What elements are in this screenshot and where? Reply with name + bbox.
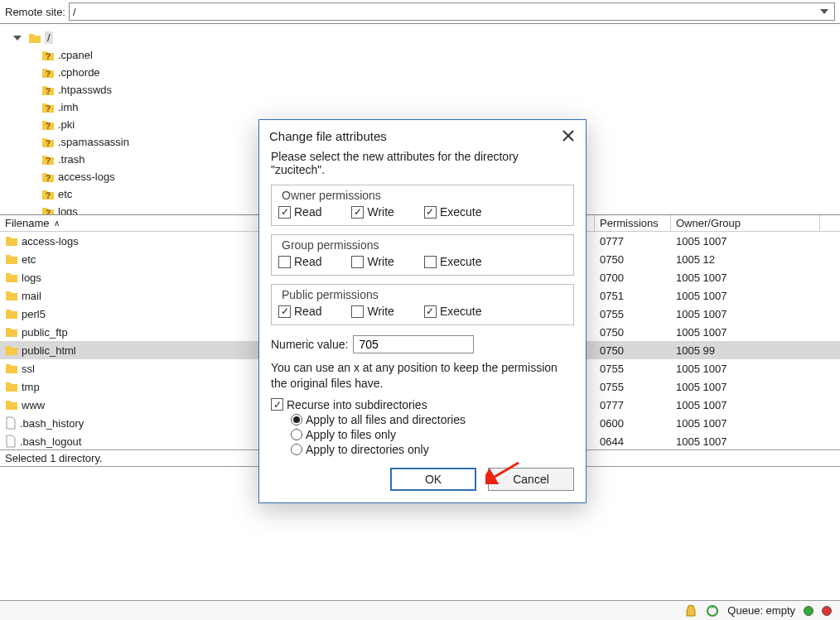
file-owner: 1005 1007 [671,399,820,411]
file-owner: 1005 1007 [671,326,820,339]
unknown-folder-icon: ? [41,119,55,131]
chevron-down-icon[interactable] [818,5,831,18]
unknown-folder-icon: ? [41,84,55,96]
file-permissions: 0750 [595,326,671,339]
cancel-button[interactable]: Cancel [488,468,574,491]
tree-item-label: .trash [58,153,85,166]
file-owner: 1005 1007 [671,417,820,430]
col-filename-label: Filename [5,217,49,229]
tree-root-label: / [45,31,53,44]
folder-icon [5,272,18,283]
file-name: .bash_logout [20,435,81,448]
group-read-checkbox[interactable]: Read [278,255,321,268]
file-owner: 1005 1007 [671,435,820,448]
opt-files-label: Apply to files only [306,428,396,441]
col-permissions[interactable]: Permissions [595,215,671,231]
close-icon[interactable] [561,128,576,143]
folder-icon [5,308,18,320]
group-execute-checkbox[interactable]: Execute [424,255,482,268]
file-permissions: 0600 [595,417,671,430]
tree-item-label: etc [58,188,72,200]
file-owner: 1005 99 [671,344,820,357]
public-read-checkbox[interactable]: Read [278,305,321,318]
file-icon [5,416,17,430]
unknown-folder-icon: ? [41,206,55,216]
file-name: .bash_history [20,417,84,430]
execute-label: Execute [440,255,482,268]
svg-text:?: ? [46,191,51,200]
file-name: public_ftp [22,326,68,339]
owner-read-checkbox[interactable]: Read [278,205,321,219]
folder-icon [5,235,18,247]
unknown-folder-icon: ? [41,102,55,113]
group-legend: Group permissions [278,238,383,252]
file-owner: 1005 1007 [671,290,820,302]
tree-item-label: .htpasswds [58,84,112,96]
public-execute-checkbox[interactable]: Execute [424,305,482,318]
file-permissions: 0755 [595,363,671,375]
tree-item[interactable]: ?.imh [41,99,832,116]
tree-item-label: .cphorde [58,66,100,79]
queue-status: Queue: empty [727,604,795,617]
file-name: mail [22,290,41,302]
file-name: public_html [22,344,76,357]
led-green-icon [804,606,813,616]
svg-text:?: ? [46,104,51,113]
execute-label: Execute [440,305,482,318]
write-label: Write [367,305,393,318]
file-owner: 1005 1007 [671,272,820,284]
numeric-value-input[interactable] [353,335,474,353]
folder-icon [5,399,18,411]
folder-icon [5,253,18,265]
tree-item[interactable]: ?.cpanel [41,46,832,64]
unknown-folder-icon: ? [41,137,55,148]
recurse-opt-all[interactable]: Apply to all files and directories [291,413,574,426]
tree-item[interactable]: ?.htpasswds [41,81,832,99]
change-attributes-dialog: Change file attributes Please select the… [258,119,587,503]
file-name: access-logs [22,235,79,248]
svg-point-11 [707,606,717,616]
remote-site-label: Remote site: [5,6,65,18]
remote-site-bar: Remote site: / [0,0,840,24]
recurse-checkbox[interactable]: Recurse into subdirectories [271,398,574,411]
read-label: Read [294,205,321,219]
owner-write-checkbox[interactable]: Write [351,205,393,219]
owner-legend: Owner permissions [278,189,384,202]
dialog-titlebar: Change file attributes [259,120,586,150]
folder-icon [5,381,18,392]
file-name: ssl [22,363,35,375]
file-name: perl5 [22,308,46,320]
ok-button[interactable]: OK [390,468,476,491]
tree-item-label: .pki [58,118,75,131]
tree-item-label: .cpanel [58,49,93,61]
numeric-value-row: Numeric value: [271,335,574,353]
svg-text:?: ? [46,52,51,61]
svg-text:?: ? [46,70,51,79]
tree-root[interactable]: / [13,29,832,46]
file-permissions: 0755 [595,381,671,393]
file-permissions: 0750 [595,253,671,266]
svg-text:?: ? [46,209,51,216]
remote-path-input[interactable]: / [69,2,835,21]
public-write-checkbox[interactable]: Write [351,305,393,318]
recurse-opt-files[interactable]: Apply to files only [291,428,574,441]
svg-text:?: ? [46,139,51,148]
svg-text:?: ? [46,174,51,183]
file-owner: 1005 1007 [671,363,820,375]
tree-item[interactable]: ?.cphorde [41,64,832,81]
owner-execute-checkbox[interactable]: Execute [424,205,482,219]
expand-icon[interactable] [13,36,22,41]
refresh-icon[interactable] [706,604,719,618]
file-owner: 1005 12 [671,253,820,266]
svg-text:?: ? [46,122,51,131]
file-name: logs [22,272,41,284]
group-write-checkbox[interactable]: Write [351,255,393,268]
file-permissions: 0777 [595,235,671,248]
status-bar: Queue: empty [0,600,840,620]
folder-icon [5,363,18,374]
tree-item-label: .imh [58,101,79,113]
opt-dirs-label: Apply to directories only [306,443,429,456]
read-label: Read [294,305,321,318]
col-owner-group[interactable]: Owner/Group [671,215,820,231]
recurse-opt-dirs[interactable]: Apply to directories only [291,443,574,456]
